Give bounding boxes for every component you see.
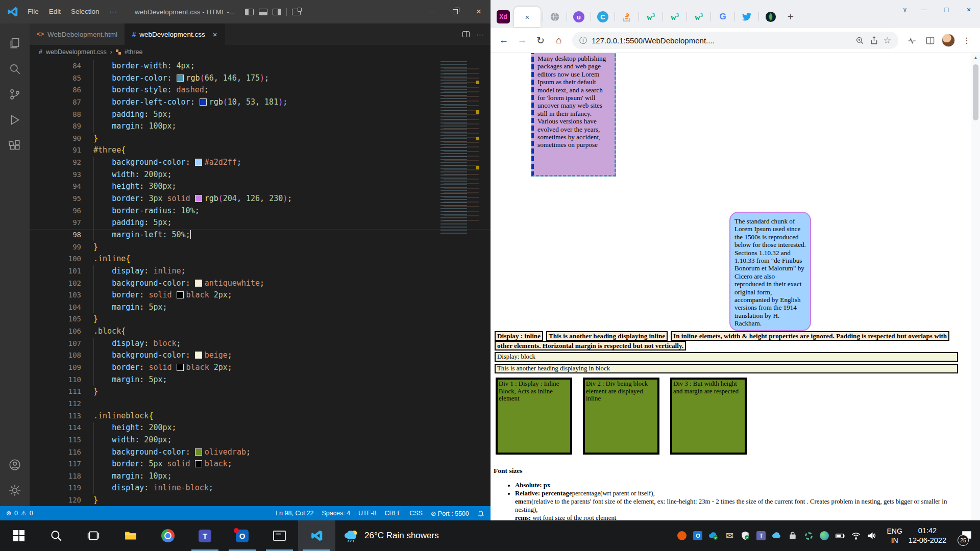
- code-line-100[interactable]: 100.inline{: [30, 253, 491, 265]
- menu-selection[interactable]: Selection: [66, 5, 105, 19]
- active-tab[interactable]: ×: [514, 7, 541, 27]
- minimize-button[interactable]: [420, 0, 444, 23]
- tab-mongodb-favicon[interactable]: [760, 8, 781, 26]
- code-line-114[interactable]: 114 height: 200px;: [30, 422, 491, 434]
- code-line-101[interactable]: 101 display: inline;: [30, 265, 491, 278]
- language-indicator[interactable]: ENGIN: [887, 527, 902, 545]
- tray-mail-icon[interactable]: ✉: [724, 530, 735, 541]
- code-line-116[interactable]: 116 background-color: olivedrab;: [30, 446, 491, 459]
- home-button[interactable]: ⌂: [550, 31, 568, 49]
- code-line-88[interactable]: 88 padding: 5px;: [30, 109, 491, 121]
- tray-settings-gear-icon[interactable]: [803, 530, 814, 541]
- taskbar-snip-button[interactable]: [261, 520, 298, 551]
- maximize-button[interactable]: □: [935, 0, 958, 19]
- code-line-118[interactable]: 118 margin: 10px;: [30, 470, 491, 483]
- toggle-sidebar-icon[interactable]: [245, 9, 254, 15]
- minimize-button[interactable]: [913, 0, 935, 19]
- browser-essentials-icon[interactable]: [902, 31, 921, 49]
- code-line-108[interactable]: 108 background-color: beige;: [30, 349, 491, 362]
- code-line-119[interactable]: 119 display: inline-block;: [30, 482, 491, 494]
- code-line-112[interactable]: 112: [30, 398, 491, 410]
- status-item[interactable]: Ln 98, Col 22: [276, 510, 313, 517]
- status-item[interactable]: Spaces: 4: [322, 510, 351, 517]
- tray-wifi-icon[interactable]: [850, 530, 862, 541]
- scroll-up-icon[interactable]: ▲: [971, 53, 980, 60]
- code-line-117[interactable]: 117 border: 5px solid black;: [30, 458, 491, 470]
- code-line-111[interactable]: 111}: [30, 386, 491, 398]
- tab-w3schools-favicon[interactable]: w3: [640, 8, 662, 26]
- menu-more[interactable]: ···: [105, 5, 122, 19]
- back-button[interactable]: ←: [495, 31, 513, 49]
- taskbar-search-button[interactable]: [37, 520, 75, 551]
- url-text[interactable]: 127.0.0.1:5500/WebDebelopment....: [592, 36, 715, 45]
- tray-defender-icon[interactable]: [740, 530, 751, 541]
- site-info-icon[interactable]: ⓘ: [579, 36, 587, 45]
- tray-onedrive-sync-icon[interactable]: [708, 530, 719, 541]
- search-icon[interactable]: [3, 56, 27, 82]
- taskbar-teams-button[interactable]: T: [186, 520, 224, 551]
- tray-vpn-globe-icon[interactable]: [819, 530, 830, 541]
- refresh-button[interactable]: ↻: [531, 31, 550, 49]
- restore-button[interactable]: [444, 0, 467, 23]
- settings-gear-icon[interactable]: [3, 478, 27, 503]
- code-line-109[interactable]: 109 border: solid black 2px;: [30, 362, 491, 374]
- code-line-96[interactable]: 96 border-radius: 10%;: [30, 205, 491, 217]
- live-server-port[interactable]: ⊘ Port : 5500: [431, 510, 469, 517]
- close-button[interactable]: ×: [467, 0, 491, 23]
- code-line-107[interactable]: 107 display: block;: [30, 338, 491, 350]
- code-line-98[interactable]: 98 margin-left: 50%;: [30, 229, 491, 241]
- taskbar-clock[interactable]: 01:4212-06-2022: [909, 526, 946, 545]
- tray-lock-icon[interactable]: [787, 530, 798, 541]
- menu-edit[interactable]: Edit: [44, 5, 66, 19]
- tab-w3schools-favicon[interactable]: w3: [688, 8, 709, 26]
- code-line-94[interactable]: 94 height: 300px;: [30, 181, 491, 193]
- taskbar-vscode-button[interactable]: [298, 520, 335, 551]
- code-line-87[interactable]: 87 border-left-color: rgb(10, 53, 181);: [30, 96, 491, 109]
- code-line-84[interactable]: 84 border-width: 4px;: [30, 60, 491, 72]
- code-line-102[interactable]: 102 background-color: antiquewhite;: [30, 278, 491, 290]
- status-item[interactable]: CSS: [409, 510, 423, 517]
- problems-indicator[interactable]: ⊗ 0 ⚠ 0: [6, 510, 33, 517]
- code-line-90[interactable]: 90}: [30, 133, 491, 145]
- tab-ublock-favicon[interactable]: u: [568, 8, 590, 26]
- close-button[interactable]: ×: [958, 0, 980, 19]
- tray-hidden-icons-icon[interactable]: [676, 530, 688, 541]
- breadcrumb[interactable]: # webDevelopment.css › #three: [30, 45, 491, 59]
- menu-file[interactable]: File: [22, 5, 44, 19]
- split-screen-icon[interactable]: [921, 31, 939, 49]
- code-line-106[interactable]: 106.block{: [30, 325, 491, 338]
- code-line-91[interactable]: 91#three{: [30, 144, 491, 157]
- customize-layout-icon[interactable]: [292, 9, 301, 15]
- code-line-115[interactable]: 115 width: 200px;: [30, 434, 491, 446]
- scrollbar-thumb[interactable]: [973, 64, 978, 120]
- tab-webdevelopment-css[interactable]: # webDevelopment.css ×: [125, 23, 225, 45]
- notification-center[interactable]: 25: [953, 520, 980, 551]
- taskbar-chrome-button[interactable]: [149, 520, 186, 551]
- favorite-star-icon[interactable]: ☆: [884, 35, 891, 46]
- tab-search-chevron-icon[interactable]: ∨: [897, 6, 913, 13]
- code-line-85[interactable]: 85 border-color: rgb(66, 146, 175);: [30, 72, 491, 85]
- extensions-icon[interactable]: [3, 133, 27, 158]
- tray-battery-icon[interactable]: [835, 530, 846, 541]
- tray-teams-tray-icon[interactable]: T: [755, 530, 767, 541]
- split-editor-icon[interactable]: [462, 31, 470, 37]
- toggle-secondary-sidebar-icon[interactable]: [273, 9, 281, 15]
- taskbar-task-view-button[interactable]: [75, 520, 112, 551]
- forward-button[interactable]: →: [513, 31, 531, 49]
- tray-onedrive-icon[interactable]: [771, 530, 782, 541]
- taskbar-outlook-button[interactable]: O: [224, 520, 261, 551]
- code-editor[interactable]: 84 border-width: 4px;85 border-color: rg…: [30, 59, 491, 506]
- code-line-113[interactable]: 113.inlineblock{: [30, 410, 491, 422]
- code-line-110[interactable]: 110 margin: 5px;: [30, 374, 491, 386]
- code-line-93[interactable]: 93 width: 200px;: [30, 169, 491, 181]
- tray-volume-icon[interactable]: [866, 530, 877, 541]
- profile-avatar[interactable]: [939, 31, 958, 49]
- code-line-104[interactable]: 104 margin: 5px;: [30, 302, 491, 314]
- editor-more-actions-icon[interactable]: ···: [477, 31, 484, 38]
- tab-globe-favicon[interactable]: [544, 8, 566, 26]
- code-line-105[interactable]: 105}: [30, 313, 491, 325]
- code-line-92[interactable]: 92 background-color: #a2d2ff;: [30, 157, 491, 169]
- code-line-99[interactable]: 99}: [30, 241, 491, 254]
- tab-close-icon[interactable]: ×: [213, 30, 217, 39]
- status-item[interactable]: UTF-8: [358, 510, 376, 517]
